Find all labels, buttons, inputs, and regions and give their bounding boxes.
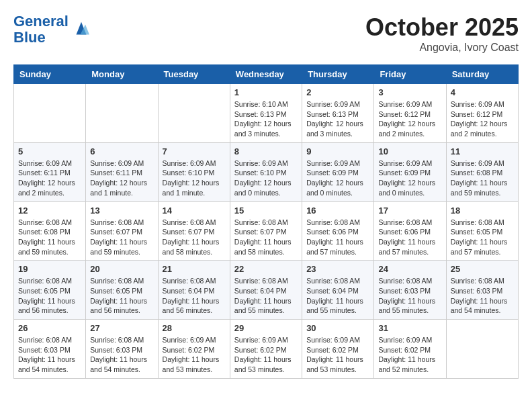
calendar-table: SundayMondayTuesdayWednesdayThursdayFrid… [13,64,519,379]
calendar-week-row: 19Sunrise: 6:08 AM Sunset: 6:05 PM Dayli… [14,261,519,320]
logo-text: General Blue [13,13,69,46]
day-number: 11 [451,146,514,156]
day-number: 30 [306,323,369,333]
day-number: 1 [234,87,298,97]
calendar-week-row: 5Sunrise: 6:09 AM Sunset: 6:11 PM Daylig… [14,142,519,201]
day-number: 18 [451,205,514,216]
calendar-week-row: 1Sunrise: 6:10 AM Sunset: 6:13 PM Daylig… [14,84,519,143]
calendar-cell: 30Sunrise: 6:09 AM Sunset: 6:02 PM Dayli… [302,320,374,379]
day-number: 15 [234,205,298,216]
calendar-cell: 16Sunrise: 6:08 AM Sunset: 6:06 PM Dayli… [302,201,374,261]
day-info: Sunrise: 6:09 AM Sunset: 6:11 PM Dayligh… [90,158,153,198]
day-info: Sunrise: 6:09 AM Sunset: 6:12 PM Dayligh… [451,99,514,139]
day-number: 29 [234,323,298,333]
calendar-cell: 21Sunrise: 6:08 AM Sunset: 6:04 PM Dayli… [158,261,230,320]
calendar-cell [14,84,86,143]
day-number: 8 [234,146,298,156]
weekday-header-row: SundayMondayTuesdayWednesdayThursdayFrid… [14,65,519,84]
day-number: 12 [18,205,81,216]
calendar-cell: 11Sunrise: 6:09 AM Sunset: 6:08 PM Dayli… [446,142,518,201]
calendar-cell: 27Sunrise: 6:08 AM Sunset: 6:03 PM Dayli… [86,320,158,379]
month-title: October 2025 [365,13,519,42]
day-info: Sunrise: 6:08 AM Sunset: 6:06 PM Dayligh… [378,218,441,257]
day-info: Sunrise: 6:10 AM Sunset: 6:13 PM Dayligh… [234,99,298,139]
calendar-cell: 28Sunrise: 6:09 AM Sunset: 6:02 PM Dayli… [158,320,230,379]
day-info: Sunrise: 6:09 AM Sunset: 6:09 PM Dayligh… [306,158,369,198]
day-info: Sunrise: 6:08 AM Sunset: 6:06 PM Dayligh… [306,218,369,257]
day-info: Sunrise: 6:08 AM Sunset: 6:03 PM Dayligh… [451,276,514,316]
weekday-header: Wednesday [230,65,302,84]
day-info: Sunrise: 6:09 AM Sunset: 6:02 PM Dayligh… [306,335,369,375]
day-info: Sunrise: 6:09 AM Sunset: 6:10 PM Dayligh… [234,158,298,198]
day-info: Sunrise: 6:09 AM Sunset: 6:02 PM Dayligh… [163,335,226,375]
calendar-cell: 22Sunrise: 6:08 AM Sunset: 6:04 PM Dayli… [230,261,302,320]
day-number: 19 [18,264,81,274]
day-info: Sunrise: 6:08 AM Sunset: 6:03 PM Dayligh… [18,335,81,375]
title-block: October 2025 Angovia, Ivory Coast [365,13,519,54]
day-number: 9 [306,146,369,156]
day-info: Sunrise: 6:08 AM Sunset: 6:05 PM Dayligh… [90,276,153,316]
day-number: 26 [18,323,81,333]
day-number: 14 [163,205,226,216]
day-number: 31 [378,323,441,333]
weekday-header: Sunday [14,65,86,84]
calendar-cell: 10Sunrise: 6:09 AM Sunset: 6:09 PM Dayli… [374,142,446,201]
calendar-cell: 9Sunrise: 6:09 AM Sunset: 6:09 PM Daylig… [302,142,374,201]
calendar-cell: 20Sunrise: 6:08 AM Sunset: 6:05 PM Dayli… [86,261,158,320]
day-info: Sunrise: 6:08 AM Sunset: 6:04 PM Dayligh… [306,276,369,316]
calendar-cell: 8Sunrise: 6:09 AM Sunset: 6:10 PM Daylig… [230,142,302,201]
calendar-cell: 1Sunrise: 6:10 AM Sunset: 6:13 PM Daylig… [230,84,302,143]
day-number: 20 [90,264,153,274]
day-number: 22 [234,264,298,274]
calendar-cell: 4Sunrise: 6:09 AM Sunset: 6:12 PM Daylig… [446,84,518,143]
day-number: 27 [90,323,153,333]
day-info: Sunrise: 6:08 AM Sunset: 6:04 PM Dayligh… [234,276,298,316]
calendar-cell: 24Sunrise: 6:08 AM Sunset: 6:03 PM Dayli… [374,261,446,320]
calendar-cell: 13Sunrise: 6:08 AM Sunset: 6:07 PM Dayli… [86,201,158,261]
logo-icon [71,19,91,40]
day-number: 7 [163,146,226,156]
calendar-cell: 23Sunrise: 6:08 AM Sunset: 6:04 PM Dayli… [302,261,374,320]
day-info: Sunrise: 6:08 AM Sunset: 6:08 PM Dayligh… [18,218,81,257]
calendar-cell: 5Sunrise: 6:09 AM Sunset: 6:11 PM Daylig… [14,142,86,201]
day-number: 10 [378,146,441,156]
day-info: Sunrise: 6:08 AM Sunset: 6:03 PM Dayligh… [378,276,441,316]
day-number: 25 [451,264,514,274]
calendar-cell: 26Sunrise: 6:08 AM Sunset: 6:03 PM Dayli… [14,320,86,379]
day-number: 5 [18,146,81,156]
day-info: Sunrise: 6:09 AM Sunset: 6:11 PM Dayligh… [18,158,81,198]
day-info: Sunrise: 6:09 AM Sunset: 6:09 PM Dayligh… [378,158,441,198]
day-info: Sunrise: 6:08 AM Sunset: 6:07 PM Dayligh… [234,218,298,257]
calendar-week-row: 12Sunrise: 6:08 AM Sunset: 6:08 PM Dayli… [14,201,519,261]
day-number: 3 [378,87,441,97]
day-info: Sunrise: 6:09 AM Sunset: 6:08 PM Dayligh… [451,158,514,198]
day-number: 17 [378,205,441,216]
calendar-cell: 17Sunrise: 6:08 AM Sunset: 6:06 PM Dayli… [374,201,446,261]
day-info: Sunrise: 6:09 AM Sunset: 6:13 PM Dayligh… [306,99,369,139]
calendar-cell: 6Sunrise: 6:09 AM Sunset: 6:11 PM Daylig… [86,142,158,201]
calendar-cell [86,84,158,143]
day-number: 21 [163,264,226,274]
calendar-cell: 18Sunrise: 6:08 AM Sunset: 6:05 PM Dayli… [446,201,518,261]
calendar-week-row: 26Sunrise: 6:08 AM Sunset: 6:03 PM Dayli… [14,320,519,379]
weekday-header: Monday [86,65,158,84]
day-info: Sunrise: 6:09 AM Sunset: 6:02 PM Dayligh… [234,335,298,375]
day-info: Sunrise: 6:08 AM Sunset: 6:04 PM Dayligh… [163,276,226,316]
calendar-cell: 19Sunrise: 6:08 AM Sunset: 6:05 PM Dayli… [14,261,86,320]
calendar-cell: 14Sunrise: 6:08 AM Sunset: 6:07 PM Dayli… [158,201,230,261]
day-info: Sunrise: 6:08 AM Sunset: 6:05 PM Dayligh… [18,276,81,316]
day-number: 4 [451,87,514,97]
day-info: Sunrise: 6:09 AM Sunset: 6:10 PM Dayligh… [163,158,226,198]
calendar-cell [446,320,518,379]
calendar-cell: 25Sunrise: 6:08 AM Sunset: 6:03 PM Dayli… [446,261,518,320]
calendar-cell: 7Sunrise: 6:09 AM Sunset: 6:10 PM Daylig… [158,142,230,201]
day-number: 23 [306,264,369,274]
page-header: General Blue October 2025 Angovia, Ivory… [13,13,519,54]
weekday-header: Tuesday [158,65,230,84]
calendar-cell: 29Sunrise: 6:09 AM Sunset: 6:02 PM Dayli… [230,320,302,379]
day-number: 16 [306,205,369,216]
weekday-header: Saturday [446,65,518,84]
weekday-header: Thursday [302,65,374,84]
weekday-header: Friday [374,65,446,84]
day-number: 24 [378,264,441,274]
